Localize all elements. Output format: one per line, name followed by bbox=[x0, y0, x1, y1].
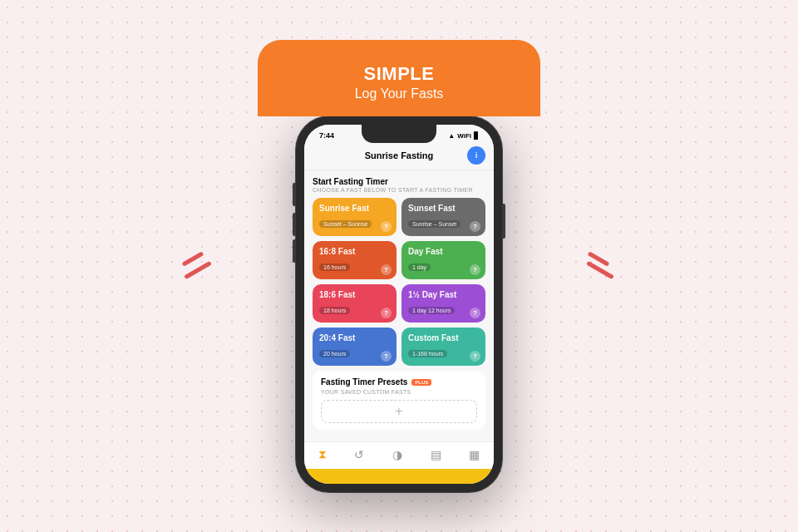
wifi-icon: WiFi bbox=[457, 132, 471, 140]
promo-header: SIMPLE Log Your Fasts bbox=[258, 40, 540, 116]
fast-card-title: Day Fast bbox=[408, 247, 479, 256]
tab-notes[interactable]: ▤ bbox=[431, 448, 441, 462]
slash-line bbox=[182, 251, 204, 266]
scene: SIMPLE Log Your Fasts 7:44 ▲ WiFi ▊ bbox=[258, 40, 540, 492]
promo-title: SIMPLE bbox=[274, 63, 524, 85]
help-icon[interactable]: ? bbox=[381, 351, 392, 362]
start-section-title: Start Fasting Timer bbox=[313, 177, 485, 186]
fast-card-title: 20:4 Fast bbox=[319, 333, 390, 342]
fast-card-day[interactable]: Day Fast 1 day ? bbox=[401, 241, 485, 279]
help-icon[interactable]: ? bbox=[381, 221, 392, 232]
fast-card-badge: Sunset – Sunrise bbox=[319, 220, 372, 228]
presets-title: Fasting Timer Presets bbox=[321, 377, 407, 387]
fasts-grid: Sunrise Fast Sunset – Sunrise ? Sunset F… bbox=[313, 198, 485, 366]
chart-icon: ▦ bbox=[469, 448, 480, 461]
help-icon[interactable]: ? bbox=[381, 308, 392, 318]
fast-card-1half[interactable]: 1½ Day Fast 1 day 12 hours ? bbox=[401, 284, 485, 323]
decoration-right bbox=[585, 260, 615, 273]
fast-card-204[interactable]: 20:4 Fast 20 hours ? bbox=[313, 328, 397, 366]
fast-card-title: Sunset Fast bbox=[408, 204, 479, 213]
phone-wrapper: 7:44 ▲ WiFi ▊ Sunrise Fasting i bbox=[296, 116, 502, 492]
fast-card-title: 16:8 Fast bbox=[319, 247, 390, 256]
help-icon[interactable]: ? bbox=[470, 264, 480, 275]
help-icon[interactable]: ? bbox=[470, 221, 480, 232]
tab-chart[interactable]: ▦ bbox=[469, 448, 480, 462]
fast-card-title: 18:6 Fast bbox=[319, 290, 390, 299]
yellow-band bbox=[304, 469, 494, 484]
fast-card-168[interactable]: 16:8 Fast 16 hours ? bbox=[313, 241, 397, 279]
fast-card-badge: 1-168 hours bbox=[408, 350, 447, 357]
presets-plus-badge: PLUS bbox=[411, 379, 431, 386]
presets-title-row: Fasting Timer Presets PLUS bbox=[321, 377, 477, 387]
presets-section: Fasting Timer Presets PLUS Your saved cu… bbox=[313, 371, 485, 430]
help-icon[interactable]: ? bbox=[470, 308, 480, 318]
fast-card-sunset[interactable]: Sunset Fast Sunrise – Sunset ? bbox=[401, 198, 485, 236]
app-content: Start Fasting Timer Choose a fast below … bbox=[304, 170, 494, 441]
tab-circle[interactable]: ◑ bbox=[392, 448, 402, 462]
signal-icon: ▲ bbox=[448, 132, 455, 140]
fast-card-title: 1½ Day Fast bbox=[408, 290, 479, 299]
fast-card-badge: 1 day 12 hours bbox=[408, 307, 455, 314]
help-icon[interactable]: ? bbox=[470, 351, 480, 362]
slash-line bbox=[586, 261, 614, 279]
presets-subtitle: Your saved custom fasts bbox=[321, 389, 477, 395]
fast-card-badge: 20 hours bbox=[319, 350, 350, 357]
help-icon[interactable]: ? bbox=[381, 264, 392, 275]
fast-card-badge: 16 hours bbox=[319, 264, 350, 271]
nav-title: Sunrise Fasting bbox=[331, 150, 467, 160]
phone-frame: 7:44 ▲ WiFi ▊ Sunrise Fasting i bbox=[296, 116, 502, 492]
fast-card-badge: 1 day bbox=[408, 264, 431, 271]
notes-icon: ▤ bbox=[431, 448, 441, 461]
tab-bar: ⧗ ↺ ◑ ▤ ▦ bbox=[304, 441, 494, 469]
notch bbox=[362, 125, 436, 143]
start-section-subtitle: Choose a fast below to start a fasting t… bbox=[313, 187, 485, 193]
tab-timer[interactable]: ⧗ bbox=[318, 447, 327, 462]
circle-icon: ◑ bbox=[392, 448, 402, 461]
fast-card-title: Custom Fast bbox=[408, 333, 479, 342]
fast-card-title: Sunrise Fast bbox=[319, 204, 390, 213]
status-icons: ▲ WiFi ▊ bbox=[448, 132, 479, 140]
fast-card-badge: Sunrise – Sunset bbox=[408, 220, 461, 228]
decoration-left bbox=[183, 260, 213, 273]
phone-screen: 7:44 ▲ WiFi ▊ Sunrise Fasting i bbox=[304, 125, 494, 484]
add-preset-button[interactable]: + bbox=[321, 400, 477, 423]
fast-card-custom[interactable]: Custom Fast 1-168 hours ? bbox=[401, 328, 485, 366]
history-icon: ↺ bbox=[354, 448, 364, 461]
battery-icon: ▊ bbox=[474, 132, 479, 140]
info-button[interactable]: i bbox=[467, 146, 485, 165]
fast-card-badge: 18 hours bbox=[319, 307, 350, 314]
add-icon: + bbox=[395, 404, 402, 419]
promo-subtitle: Log Your Fasts bbox=[274, 86, 524, 101]
fast-card-186[interactable]: 18:6 Fast 18 hours ? bbox=[313, 284, 397, 323]
timer-icon: ⧗ bbox=[318, 447, 327, 461]
fast-card-sunrise[interactable]: Sunrise Fast Sunset – Sunrise ? bbox=[313, 198, 397, 236]
nav-bar: Sunrise Fasting i bbox=[304, 143, 494, 170]
status-time: 7:44 bbox=[319, 131, 334, 140]
tab-history[interactable]: ↺ bbox=[354, 448, 364, 462]
